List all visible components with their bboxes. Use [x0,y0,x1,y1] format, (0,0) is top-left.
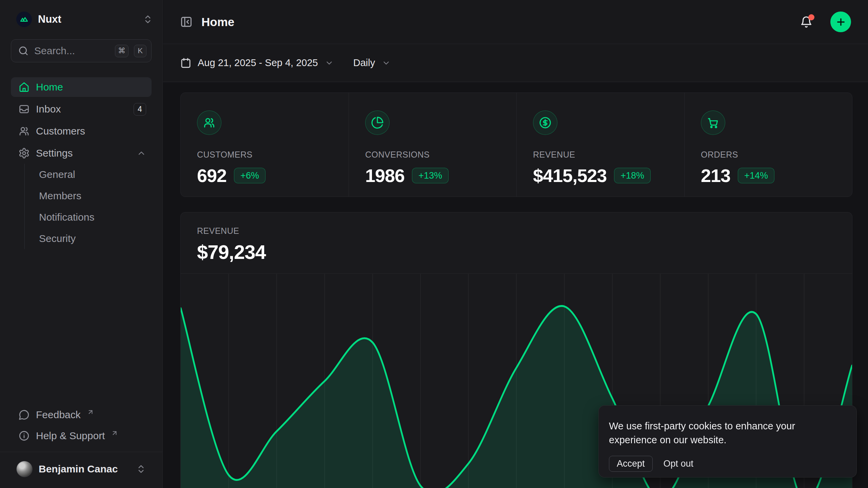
cart-icon [701,110,725,135]
period-select[interactable]: Daily [353,57,391,68]
sidebar-collapse-icon[interactable] [180,16,193,28]
stat-delta-badge: +14% [738,168,774,183]
nuxt-logo-icon [16,12,32,27]
sidebar-item-inbox[interactable]: Inbox 4 [11,99,152,119]
cookie-banner: We use first-party cookies to enhance yo… [598,405,857,477]
kbd-k: K [134,45,146,57]
sidebar: Nuxt Search... ⌘ K Home Inbox 4 [0,0,163,488]
sidebar-item-members[interactable]: Members [38,185,152,206]
optout-cookies-button[interactable]: Opt out [664,459,694,469]
search-placeholder: Search... [34,45,110,57]
stat-label: CUSTOMERS [197,150,332,160]
page-header: Home [163,0,868,44]
stat-delta-badge: +13% [412,168,449,183]
notification-dot [808,14,814,20]
stat-label: ORDERS [701,150,836,160]
kbd-cmd: ⌘ [115,45,129,57]
inbox-count-badge: 4 [134,103,146,116]
settings-submenu: General Members Notifications Security [24,164,152,249]
external-link-icon [112,430,118,436]
stat-value: 213 [701,165,730,186]
stat-label: CONVERSIONS [365,150,500,160]
gear-icon [18,147,30,159]
accept-cookies-button[interactable]: Accept [609,456,653,472]
home-icon [18,81,30,93]
search-input[interactable]: Search... ⌘ K [11,39,152,62]
team-switcher[interactable]: Nuxt [0,0,162,37]
inbox-icon [18,103,30,115]
notifications-button[interactable] [800,16,813,28]
filters-toolbar: Aug 21, 2025 - Sep 4, 2025 Daily [163,44,868,82]
revenue-card-total: $79,234 [197,241,836,263]
chevron-down-icon [325,59,334,67]
sidebar-item-settings[interactable]: Settings [11,143,152,163]
chevron-up-icon [137,148,146,158]
stat-label: REVENUE [533,150,668,160]
period-label: Daily [353,57,375,68]
sidebar-item-customers[interactable]: Customers [11,121,152,141]
stats-row: CUSTOMERS 692 +6% CONVERSIONS 1986 +13% [180,93,852,197]
page-title: Home [201,15,791,29]
add-button[interactable] [830,12,851,32]
sidebar-item-label: Help & Support [36,430,105,442]
user-menu[interactable]: Benjamin Canac [11,457,152,481]
sidebar-footer: Feedback Help & Support [0,405,162,452]
stat-card-conversions: CONVERSIONS 1986 +13% [349,93,516,197]
sidebar-item-notifications[interactable]: Notifications [38,206,152,228]
pie-chart-icon [365,110,390,135]
sidebar-item-help-support[interactable]: Help & Support [11,426,152,446]
dollar-circle-icon [533,110,557,135]
stat-value: $415,523 [533,165,607,186]
sidebar-item-label: Home [36,81,146,93]
sidebar-item-security[interactable]: Security [38,228,152,249]
stat-delta-badge: +18% [614,168,651,183]
users-icon [18,125,30,137]
sidebar-item-label: Settings [36,147,131,159]
stat-card-orders: ORDERS 213 +14% [684,93,852,197]
stat-value: 692 [197,165,226,186]
info-circle-icon [18,430,30,442]
stat-card-revenue: REVENUE $415,523 +18% [516,93,684,197]
sidebar-item-label: Feedback [36,409,81,421]
sidebar-item-label: Inbox [36,103,127,115]
date-range-picker[interactable]: Aug 21, 2025 - Sep 4, 2025 [180,57,334,69]
users-icon [197,110,221,135]
message-circle-icon [18,409,30,421]
sidebar-item-home[interactable]: Home [11,77,152,97]
search-icon [18,45,29,56]
stat-delta-badge: +6% [234,168,265,183]
stat-card-customers: CUSTOMERS 692 +6% [181,93,349,197]
cookie-message: We use first-party cookies to enhance yo… [609,419,842,447]
sidebar-item-label: Customers [36,125,146,137]
chevrons-up-down-icon [136,464,146,474]
sidebar-item-general[interactable]: General [38,164,152,185]
external-link-icon [87,409,94,415]
revenue-card-label: REVENUE [197,226,836,236]
date-range-label: Aug 21, 2025 - Sep 4, 2025 [198,57,318,68]
brand-name: Nuxt [38,13,137,25]
chevron-down-icon [382,59,391,67]
sidebar-nav: Home Inbox 4 Customers Settings [11,77,152,163]
stat-value: 1986 [365,165,405,186]
user-name: Benjamin Canac [39,463,130,475]
avatar [16,461,33,477]
calendar-icon [180,57,192,69]
chevrons-up-down-icon [143,14,153,24]
sidebar-item-feedback[interactable]: Feedback [11,405,152,425]
